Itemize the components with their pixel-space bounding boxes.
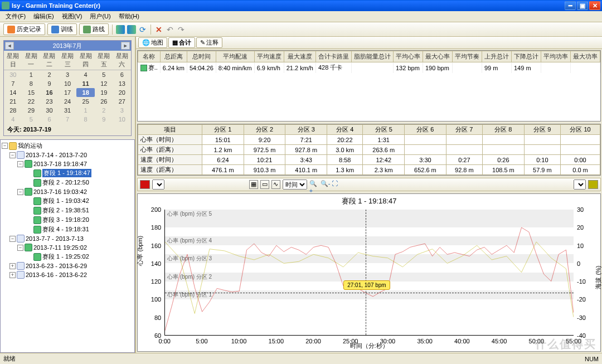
calendar-day[interactable]: 13 [113,79,132,88]
summary-col[interactable]: 平均功率 [541,51,571,62]
calendar-day[interactable]: 25 [76,97,95,106]
summary-col[interactable]: 平均配速 [216,51,254,62]
calendar-day[interactable]: 7 [4,79,22,88]
summary-col[interactable]: 总距离 [160,51,187,62]
sync-icon[interactable]: ⟳ [138,25,147,34]
calendar-day[interactable]: 6 [40,115,59,124]
calendar-day[interactable]: 14 [4,88,22,97]
summary-col[interactable]: 平均节奏 [453,51,482,62]
calendar-day[interactable]: 2 [95,106,113,115]
tree-item[interactable]: 赛段 2 - 20:12:50 [2,178,133,187]
menu-user[interactable]: 用户(U) [86,11,114,22]
calendar-day[interactable]: 8 [22,79,41,88]
summary-col[interactable]: 合计卡路里 [316,51,352,62]
tree-item[interactable]: +2013-6-16 - 2013-6-22 [2,270,133,279]
redo-icon[interactable]: ↷ [177,25,186,34]
tree-item[interactable]: −2013-7-14 - 2013-7-20 [2,151,133,159]
cal-next-button[interactable]: ► [121,42,130,50]
tree-item[interactable]: 赛段 1 - 19:18:47 [2,168,133,178]
calendar-day[interactable]: 9 [40,79,59,88]
calendar-day[interactable]: 21 [4,97,22,106]
summary-col[interactable]: 最大速度 [284,51,315,62]
tab-totals[interactable]: ▦合计 [168,37,195,48]
summary-col[interactable]: 脂肪能量总计 [352,51,394,62]
left-series-select[interactable] [152,179,164,190]
expand-icon[interactable]: − [9,236,16,242]
zoom-in-icon[interactable]: 🔍+ [309,180,318,189]
summary-col[interactable]: 平均速度 [254,51,284,62]
expand-icon[interactable]: − [17,245,23,251]
summary-col[interactable]: 最大心率 [423,51,453,62]
tab-map[interactable]: 🌐地图 [138,37,167,48]
calendar-day[interactable]: 18 [76,88,95,97]
calendar-day[interactable]: 1 [76,106,95,115]
tree-root[interactable]: − 我的运动 [2,141,133,151]
calendar-day[interactable]: 29 [22,106,41,115]
line-icon[interactable]: ∿ [271,180,280,189]
tree-item[interactable]: −2013-7-16 19:03:42 [2,187,133,196]
calendar-day[interactable]: 26 [95,97,113,106]
calendar-day[interactable]: 5 [95,70,113,79]
tree-item[interactable]: −2013-7-11 19:25:02 [2,243,133,252]
left-series-color[interactable] [140,180,150,189]
calendar-day[interactable]: 12 [95,79,113,88]
tree-item[interactable]: 赛段 2 - 19:38:51 [2,206,133,215]
undo-icon[interactable]: ↶ [166,25,174,34]
calendar-day[interactable]: 24 [59,97,77,106]
calendar-day[interactable]: 30 [4,70,22,79]
calendar-day[interactable]: 5 [22,115,41,124]
close-button[interactable]: ✕ [589,1,600,10]
calendar-day[interactable]: 4 [4,115,22,124]
calendar-day[interactable]: 3 [113,106,132,115]
tab-training[interactable]: 训练 [47,23,77,35]
send-to-device-icon[interactable] [116,25,125,34]
expand-icon[interactable]: − [17,161,23,167]
calendar-day[interactable]: 22 [22,97,41,106]
summary-col[interactable]: 平均心率 [394,51,423,62]
tree-item[interactable]: −2013-7-7 - 2013-7-13 [2,234,133,243]
calendar-day[interactable]: 23 [40,97,59,106]
calendar-day[interactable]: 15 [22,88,41,97]
tab-route[interactable]: 路线 [79,23,109,35]
fit-icon[interactable]: ▭ [260,180,269,189]
calendar-day[interactable]: 7 [59,115,77,124]
calendar-day[interactable]: 4 [76,70,95,79]
calendar-day[interactable]: 31 [59,106,77,115]
calendar-day[interactable]: 10 [59,79,77,88]
chart-area[interactable]: 赛段 1 - 19:18:47 6080100120140160180200 -… [137,193,601,352]
calendar-day[interactable]: 2 [40,70,59,79]
maximize-button[interactable]: ▣ [577,1,588,10]
calendar-day[interactable]: 19 [95,88,113,97]
summary-col[interactable]: 最大功率 [571,51,600,62]
calendar-day[interactable]: 20 [113,88,132,97]
summary-col[interactable]: 下降总计 [512,51,541,62]
expand-icon[interactable]: + [9,272,16,278]
calendar-day[interactable]: 3 [59,70,77,79]
calendar-day[interactable]: 8 [76,115,95,124]
calendar-day[interactable]: 6 [113,70,132,79]
zoom-out-icon[interactable]: 🔍- [321,180,329,189]
calendar-day[interactable]: 11 [76,79,95,88]
right-series-color[interactable] [588,180,598,189]
menu-help[interactable]: 帮助(H) [115,11,143,22]
tree-item[interactable]: −2013-7-18 19:18:47 [2,159,133,168]
calendar-day[interactable]: 16 [40,88,59,97]
delete-icon[interactable]: ✕ [154,25,163,34]
expand-icon[interactable]: − [9,152,16,158]
expand-icon[interactable]: + [9,263,16,269]
tab-history[interactable]: 历史记录 [3,23,45,35]
summary-col[interactable]: 上升总计 [482,51,512,62]
right-series-select[interactable] [574,179,586,190]
menu-edit[interactable]: 编辑(E) [30,11,57,22]
calendar-day[interactable]: 10 [113,115,132,124]
tree-item[interactable]: 赛段 3 - 19:18:20 [2,215,133,225]
fullscreen-icon[interactable]: ⛶ [332,180,341,189]
calendar-day[interactable]: 17 [59,88,77,97]
menu-view[interactable]: 视图(V) [59,11,86,22]
cal-prev-button[interactable]: ◄ [5,42,14,50]
calendar-day[interactable]: 28 [4,106,22,115]
cal-today[interactable]: 今天: 2013-7-19 [4,124,131,135]
minimize-button[interactable]: ━ [565,1,576,10]
grid-toggle-icon[interactable]: ▦ [249,180,258,189]
menu-file[interactable]: 文件(F) [2,11,29,22]
